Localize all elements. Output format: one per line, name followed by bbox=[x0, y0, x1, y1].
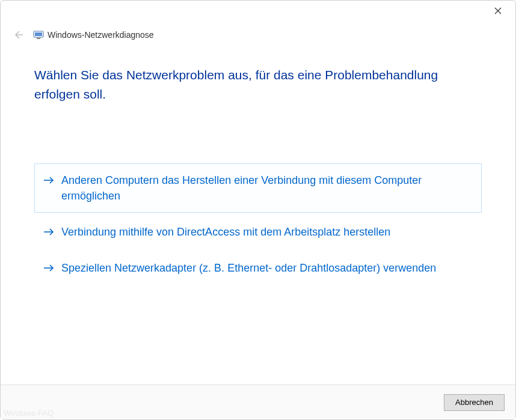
option-specific-adapter[interactable]: Speziellen Netzwerkadapter (z. B. Ethern… bbox=[34, 251, 482, 285]
arrow-right-icon bbox=[43, 261, 55, 275]
titlebar bbox=[1, 1, 515, 23]
arrow-right-icon bbox=[43, 173, 55, 187]
arrow-right-icon bbox=[43, 225, 55, 239]
option-directaccess[interactable]: Verbindung mithilfe von DirectAccess mit… bbox=[34, 215, 482, 249]
page-heading: Wählen Sie das Netzwerkproblem aus, für … bbox=[34, 65, 482, 103]
close-button[interactable] bbox=[484, 2, 512, 20]
svg-rect-4 bbox=[35, 32, 42, 36]
dialog-window: Windows-Netzwerkdiagnose Wählen Sie das … bbox=[0, 0, 516, 420]
network-diagnostics-icon bbox=[33, 29, 44, 40]
option-label: Anderen Computern das Herstellen einer V… bbox=[61, 172, 473, 204]
cancel-button[interactable]: Abbrechen bbox=[444, 394, 505, 411]
app-title: Windows-Netzwerkdiagnose bbox=[48, 30, 154, 40]
svg-rect-5 bbox=[37, 38, 40, 39]
header-row: Windows-Netzwerkdiagnose bbox=[1, 23, 515, 41]
back-arrow-icon bbox=[12, 29, 24, 41]
option-label: Verbindung mithilfe von DirectAccess mit… bbox=[61, 224, 390, 240]
close-icon bbox=[494, 7, 502, 14]
back-button[interactable] bbox=[11, 28, 25, 41]
content-area: Wählen Sie das Netzwerkproblem aus, für … bbox=[1, 41, 515, 385]
option-label: Speziellen Netzwerkadapter (z. B. Ethern… bbox=[61, 260, 436, 276]
footer: Abbrechen bbox=[1, 385, 515, 419]
app-title-wrap: Windows-Netzwerkdiagnose bbox=[33, 29, 154, 40]
option-allow-connections[interactable]: Anderen Computern das Herstellen einer V… bbox=[34, 163, 482, 213]
